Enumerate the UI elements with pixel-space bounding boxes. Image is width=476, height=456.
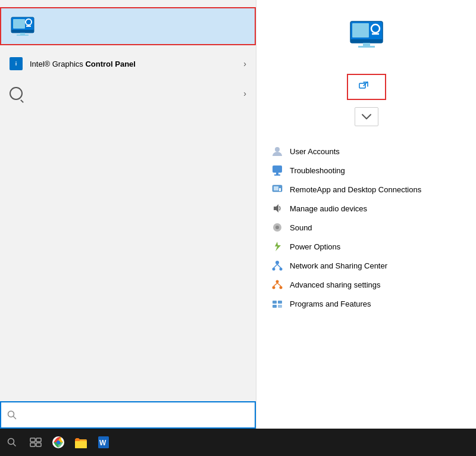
recent-user-accounts[interactable]: User Accounts — [268, 142, 464, 161]
svg-point-29 — [273, 268, 275, 271]
svg-rect-2 — [13, 19, 25, 29]
intel-icon: i — [10, 57, 23, 70]
settings-section-header — [0, 105, 256, 112]
svg-rect-19 — [273, 165, 282, 173]
svg-rect-24 — [279, 188, 281, 191]
taskbar-search-bar[interactable] — [0, 401, 256, 429]
search-icon — [7, 410, 17, 420]
intel-chevron-icon: › — [243, 59, 246, 68]
remoteapp-icon — [271, 183, 284, 196]
left-panel: i Intel® Graphics Control Panel › › — [0, 0, 256, 429]
svg-marker-25 — [274, 204, 278, 213]
user-accounts-icon — [271, 145, 284, 158]
web-search-chevron: › — [243, 89, 246, 98]
svg-rect-10 — [350, 39, 383, 43]
svg-point-30 — [280, 268, 283, 271]
recent-label-advanced-sharing: Advanced sharing settings — [290, 280, 380, 289]
web-search-control-panel[interactable]: › — [0, 82, 256, 105]
chrome-taskbar-icon[interactable] — [48, 432, 69, 453]
svg-line-32 — [277, 264, 281, 268]
svg-rect-47 — [36, 443, 41, 446]
svg-line-31 — [274, 264, 277, 268]
left-spacer — [0, 112, 256, 401]
recent-section: User Accounts Troubleshooting — [256, 137, 476, 313]
intel-app-label: Intel® Graphics Control Panel — [30, 60, 236, 68]
svg-point-18 — [275, 147, 280, 152]
svg-rect-38 — [273, 301, 277, 304]
svg-rect-21 — [274, 174, 280, 176]
svg-point-27 — [275, 226, 279, 229]
recent-troubleshooting[interactable]: Troubleshooting — [268, 161, 464, 180]
expand-button[interactable] — [355, 107, 378, 126]
svg-rect-1 — [11, 30, 34, 33]
task-view-icon[interactable] — [25, 432, 46, 453]
recent-label-sound: Sound — [290, 223, 312, 232]
word-taskbar-icon[interactable]: W — [93, 432, 114, 453]
svg-point-33 — [276, 280, 279, 283]
svg-text:W: W — [99, 439, 107, 447]
svg-point-34 — [273, 286, 275, 289]
recent-remoteapp[interactable]: RemoteApp and Desktop Connections — [268, 180, 464, 199]
open-icon — [359, 81, 369, 93]
svg-rect-11 — [352, 23, 369, 38]
power-options-icon — [271, 240, 284, 253]
open-button-container — [347, 74, 386, 100]
sound-icon — [271, 221, 284, 234]
recent-advanced-sharing[interactable]: Advanced sharing settings — [268, 275, 464, 294]
apps-section-header — [0, 45, 256, 52]
manage-audio-icon — [271, 202, 284, 215]
control-panel-icon — [11, 14, 35, 38]
recent-label-programs-features: Programs and Features — [290, 299, 371, 308]
svg-line-43 — [14, 444, 16, 446]
svg-rect-14 — [363, 43, 370, 46]
taskbar-search-area — [2, 435, 21, 449]
recent-label-network-sharing: Network and Sharing Center — [290, 261, 387, 270]
svg-rect-23 — [274, 186, 278, 190]
recent-network-sharing[interactable]: Network and Sharing Center — [268, 256, 464, 275]
start-menu: i Intel® Graphics Control Panel › › — [0, 0, 476, 429]
svg-rect-46 — [30, 443, 35, 446]
svg-rect-41 — [278, 305, 282, 308]
svg-rect-16 — [359, 83, 365, 88]
right-panel: User Accounts Troubleshooting — [256, 0, 476, 429]
svg-rect-50 — [75, 441, 87, 448]
svg-line-37 — [277, 283, 281, 286]
svg-rect-45 — [36, 438, 41, 442]
open-button[interactable] — [353, 77, 380, 96]
intel-graphics-control-panel-item[interactable]: i Intel® Graphics Control Panel › — [0, 52, 256, 75]
taskbar: W — [0, 429, 476, 456]
network-sharing-icon — [271, 259, 284, 272]
search-web-header — [0, 75, 256, 82]
svg-point-28 — [275, 261, 279, 264]
best-match-header — [0, 0, 256, 7]
svg-rect-39 — [278, 301, 282, 304]
programs-features-icon — [271, 297, 284, 310]
recent-manage-audio[interactable]: Manage audio devices — [268, 199, 464, 218]
svg-line-36 — [274, 283, 277, 286]
svg-rect-15 — [358, 46, 375, 48]
advanced-sharing-icon — [271, 278, 284, 291]
svg-rect-40 — [273, 305, 277, 308]
recent-label-power-options: Power Options — [290, 242, 340, 251]
file-explorer-taskbar-icon[interactable] — [70, 432, 92, 453]
troubleshooting-icon — [271, 164, 284, 177]
recent-label-remoteapp: RemoteApp and Desktop Connections — [290, 185, 421, 194]
recent-programs-features[interactable]: Programs and Features — [268, 294, 464, 313]
svg-rect-44 — [30, 438, 35, 442]
control-panel-large-icon — [345, 18, 388, 51]
svg-line-8 — [14, 417, 16, 419]
best-match-control-panel[interactable] — [0, 7, 256, 45]
search-circle-icon — [10, 87, 23, 100]
svg-point-35 — [280, 286, 283, 289]
recent-label-manage-audio: Manage audio devices — [290, 204, 367, 213]
recent-sound[interactable]: Sound — [268, 218, 464, 237]
svg-rect-5 — [20, 33, 25, 35]
recent-power-options[interactable]: Power Options — [268, 237, 464, 256]
recent-label-user-accounts: User Accounts — [290, 147, 340, 156]
recent-label-troubleshooting: Troubleshooting — [290, 166, 345, 175]
svg-rect-6 — [17, 35, 29, 36]
